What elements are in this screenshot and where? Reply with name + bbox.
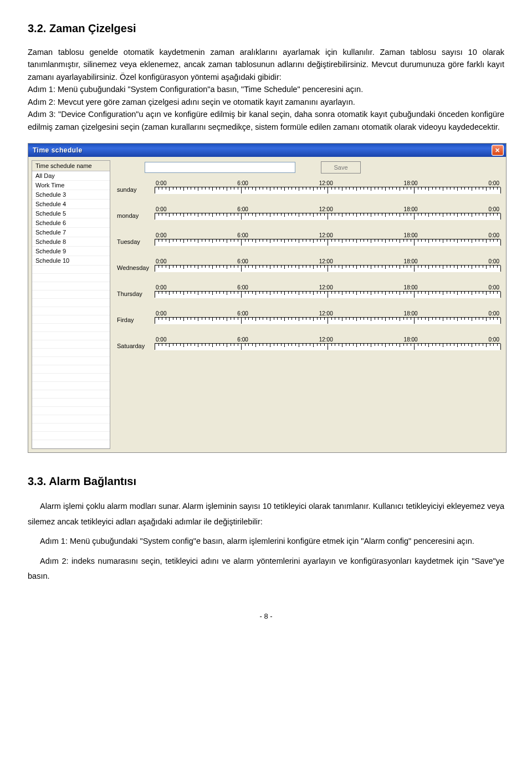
timeline: 0:006:0012:0018:000:00 bbox=[155, 180, 500, 194]
time-label: 0:00 bbox=[489, 180, 499, 186]
time-labels: 0:006:0012:0018:000:00 bbox=[155, 206, 500, 212]
time-ruler[interactable] bbox=[155, 317, 500, 324]
schedule-name-input[interactable] bbox=[145, 162, 295, 173]
schedule-list-blank bbox=[32, 357, 110, 365]
time-label: 0:00 bbox=[489, 258, 499, 264]
schedule-list-blank bbox=[32, 349, 110, 357]
day-row: Firday0:006:0012:0018:000:00 bbox=[117, 310, 500, 324]
time-label: 6:00 bbox=[237, 232, 248, 238]
time-labels: 0:006:0012:0018:000:00 bbox=[155, 180, 500, 186]
time-label: 6:00 bbox=[237, 180, 248, 186]
time-ruler[interactable] bbox=[155, 213, 500, 220]
section-heading-3-2: 3.2. Zaman Çizelgesi bbox=[28, 22, 504, 35]
time-label: 6:00 bbox=[237, 258, 248, 264]
day-label: Thursday bbox=[117, 290, 155, 298]
section1-para: Zaman tablosu genelde otomatik kaydetmen… bbox=[28, 46, 504, 133]
schedule-list-blank bbox=[32, 324, 110, 332]
window-body: Time schedule name All DayWork TimeSched… bbox=[28, 157, 506, 452]
time-label: 18:00 bbox=[404, 206, 418, 212]
time-label: 0:00 bbox=[156, 310, 166, 317]
day-row: sunday0:006:0012:0018:000:00 bbox=[117, 180, 500, 194]
time-ruler[interactable] bbox=[155, 343, 500, 350]
schedule-list-blank bbox=[32, 340, 110, 349]
schedule-list-item[interactable]: Schedule 5 bbox=[32, 209, 110, 218]
time-schedule-window: Time schedule ✕ Time schedule name All D… bbox=[28, 143, 507, 453]
window-title: Time schedule bbox=[33, 146, 492, 154]
time-label: 12:00 bbox=[319, 284, 333, 290]
time-ruler[interactable] bbox=[155, 239, 500, 246]
time-label: 0:00 bbox=[156, 206, 166, 212]
schedule-list-item[interactable]: Schedule 10 bbox=[32, 256, 110, 266]
schedule-list-blank bbox=[32, 432, 110, 440]
schedule-list-blank bbox=[32, 399, 110, 407]
schedule-list-item[interactable]: Schedule 8 bbox=[32, 237, 110, 247]
schedule-list-blank bbox=[32, 282, 110, 290]
schedule-list-blank bbox=[32, 390, 110, 399]
schedule-list-blank bbox=[32, 382, 110, 390]
schedule-list-blank bbox=[32, 424, 110, 432]
time-labels: 0:006:0012:0018:000:00 bbox=[155, 258, 500, 264]
timeline: 0:006:0012:0018:000:00 bbox=[155, 336, 500, 350]
schedule-list-blank bbox=[32, 307, 110, 315]
time-label: 12:00 bbox=[319, 258, 333, 264]
schedule-list-blank bbox=[32, 315, 110, 324]
timeline: 0:006:0012:0018:000:00 bbox=[155, 206, 500, 220]
day-row: Tuesday0:006:0012:0018:000:00 bbox=[117, 232, 500, 246]
day-row: monday0:006:0012:0018:000:00 bbox=[117, 206, 500, 220]
time-label: 12:00 bbox=[319, 336, 333, 343]
time-label: 0:00 bbox=[156, 336, 166, 343]
time-labels: 0:006:0012:0018:000:00 bbox=[155, 336, 500, 343]
schedule-list-blank bbox=[32, 290, 110, 299]
schedule-list-item[interactable]: All Day bbox=[32, 171, 110, 181]
time-label: 0:00 bbox=[156, 258, 166, 264]
time-label: 6:00 bbox=[237, 336, 248, 343]
window-titlebar: Time schedule ✕ bbox=[28, 144, 506, 157]
day-label: Satuarday bbox=[117, 343, 155, 350]
time-label: 0:00 bbox=[156, 284, 166, 290]
schedule-list-item[interactable]: Schedule 4 bbox=[32, 200, 110, 209]
section2-p3: Adım 2: indeks numarasını seçin, tetikle… bbox=[28, 554, 504, 584]
time-label: 18:00 bbox=[404, 258, 418, 264]
time-label: 18:00 bbox=[404, 180, 418, 186]
time-labels: 0:006:0012:0018:000:00 bbox=[155, 310, 500, 317]
section-heading-3-3: 3.3. Alarm Bağlantısı bbox=[28, 475, 504, 488]
time-ruler[interactable] bbox=[155, 187, 500, 194]
timeline: 0:006:0012:0018:000:00 bbox=[155, 284, 500, 298]
day-row: Thursday0:006:0012:0018:000:00 bbox=[117, 284, 500, 298]
schedule-list-blank bbox=[32, 266, 110, 274]
schedule-list-item[interactable]: Work Time bbox=[32, 181, 110, 190]
day-row: Wednesday0:006:0012:0018:000:00 bbox=[117, 258, 500, 272]
close-icon[interactable]: ✕ bbox=[492, 145, 504, 156]
schedule-list-item[interactable]: Schedule 6 bbox=[32, 218, 110, 228]
schedule-editor: Save sunday0:006:0012:0018:000:00monday0… bbox=[111, 157, 506, 369]
schedule-list-item[interactable]: Schedule 3 bbox=[32, 190, 110, 200]
schedule-list-blank bbox=[32, 407, 110, 415]
schedule-list: Time schedule name All DayWork TimeSched… bbox=[32, 160, 110, 449]
schedule-list-blank bbox=[32, 365, 110, 374]
page-number: - 8 - bbox=[28, 612, 504, 620]
day-label: sunday bbox=[117, 186, 155, 194]
name-row: Save bbox=[145, 161, 500, 174]
timeline: 0:006:0012:0018:000:00 bbox=[155, 258, 500, 272]
time-label: 6:00 bbox=[237, 284, 248, 290]
time-label: 0:00 bbox=[156, 180, 166, 186]
schedule-list-header: Time schedule name bbox=[32, 161, 110, 171]
time-label: 0:00 bbox=[489, 284, 499, 290]
schedule-list-blank bbox=[32, 299, 110, 307]
time-label: 0:00 bbox=[489, 232, 499, 238]
time-labels: 0:006:0012:0018:000:00 bbox=[155, 232, 500, 238]
schedule-list-item[interactable]: Schedule 9 bbox=[32, 247, 110, 256]
schedule-list-blank bbox=[32, 440, 110, 448]
time-ruler[interactable] bbox=[155, 265, 500, 272]
time-label: 0:00 bbox=[489, 206, 499, 212]
schedule-list-item[interactable]: Schedule 7 bbox=[32, 228, 110, 237]
day-row: Satuarday0:006:0012:0018:000:00 bbox=[117, 336, 500, 350]
time-labels: 0:006:0012:0018:000:00 bbox=[155, 284, 500, 290]
time-ruler[interactable] bbox=[155, 291, 500, 298]
time-label: 6:00 bbox=[237, 206, 248, 212]
time-label: 12:00 bbox=[319, 310, 333, 317]
schedule-list-blank bbox=[32, 274, 110, 282]
time-label: 12:00 bbox=[319, 206, 333, 212]
section2-p1: Alarm işlemi çoklu alarm modları sunar. … bbox=[28, 499, 504, 529]
save-button[interactable]: Save bbox=[321, 161, 361, 174]
